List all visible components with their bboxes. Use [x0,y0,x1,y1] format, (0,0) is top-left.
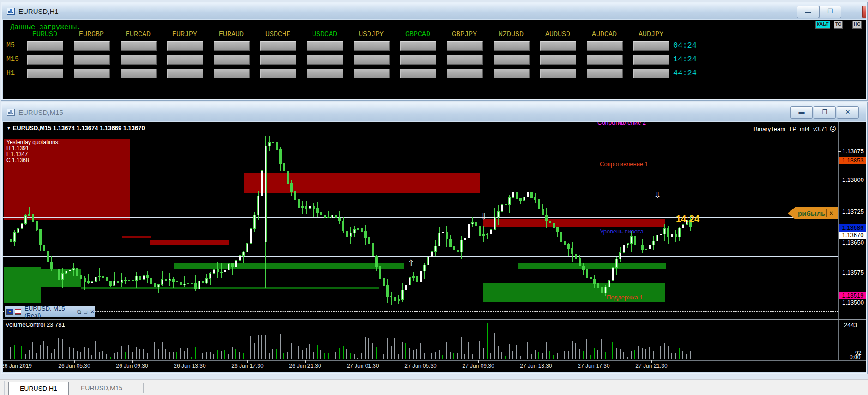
signal-button-m15-audcad[interactable] [587,55,623,65]
candle-element [590,355,591,359]
signal-button-h1-nzdusd[interactable] [494,69,530,78]
candle-element [549,221,551,223]
candle-element [280,150,282,164]
candle-element [642,245,644,249]
mini-chart-titlebar[interactable]: EURUSD, M15 (Real) ⧉ □ ✕ [5,306,95,317]
signal-button-h1-audjpy[interactable] [633,69,669,78]
signal-button-m5-gbpjpy[interactable] [447,41,483,51]
signal-button-m15-audusd[interactable] [540,55,576,65]
signal-button-m5-eurusd[interactable] [27,41,63,51]
signal-arrow-down-1: ⇩ [480,212,488,221]
signal-button-m5-audcad[interactable] [587,41,623,51]
corner-badge-1[interactable]: ТС [834,21,843,29]
window2-titlebar[interactable]: EURUSD,M15 ▬ ❐ ✕ [2,103,866,121]
candle-element [468,224,470,238]
window1-minimize-button[interactable]: ▬ [797,6,819,18]
tab-eurusd-h1[interactable]: EURUSD,H1 [8,382,69,395]
profit-price-tag[interactable]: рибыль × [788,207,838,219]
signal-button-h1-eurjpy[interactable] [167,69,203,78]
signal-button-m15-gbpjpy[interactable] [447,55,483,65]
mini-close-icon[interactable]: ✕ [90,309,95,315]
time-axis-label-2: 26 Jun 09:30 [116,363,148,369]
window1-maximize-button[interactable]: ❐ [819,6,841,18]
corner-badge-0[interactable]: КАЬТ [815,21,830,29]
candle-element [143,276,145,279]
signal-button-h1-usdchf[interactable] [260,69,296,78]
signal-button-m5-audusd[interactable] [540,41,576,51]
window2-close-button[interactable]: ✕ [837,106,859,119]
profit-tag-close-icon[interactable]: × [829,209,833,217]
signal-button-m5-nzdusd[interactable] [494,41,530,51]
time-axis-label-6: 27 Jun 01:30 [347,363,379,369]
collapse-arrow-icon[interactable]: ▼ [6,126,11,131]
signal-button-m15-eurcad[interactable] [121,55,157,65]
timeframe-row-label-m15: M15 [6,55,19,63]
signal-button-h1-eurcad[interactable] [121,69,157,78]
signal-button-m15-eurusd[interactable] [27,55,63,65]
candle-element [520,199,522,201]
signal-button-m5-euraud[interactable] [214,41,250,51]
signal-button-m15-usdchf[interactable] [260,55,296,65]
signal-button-m5-eurcad[interactable] [121,41,157,51]
candle-element [627,357,628,359]
signal-button-h1-audusd[interactable] [540,69,576,78]
signal-button-m15-nzdusd[interactable] [494,55,530,65]
signal-button-h1-gbpjpy[interactable] [447,69,483,78]
signal-button-m5-usdchf[interactable] [260,41,296,51]
corner-badge-2[interactable]: НС [852,21,862,29]
candle-element [43,341,44,359]
pair-column-header-euraud: EURAUD [211,30,251,38]
signal-button-m15-usdcad[interactable] [307,55,343,65]
window2-minimize-button[interactable]: ▬ [790,106,813,119]
signal-button-m5-audjpy[interactable] [633,41,669,51]
candle-element [472,223,474,224]
signal-button-m15-gbpcad[interactable] [400,55,436,65]
candle-element [538,199,540,209]
tab-eurusd-m15[interactable]: EURUSD,M15 [70,382,133,395]
signal-button-m5-gbpcad[interactable] [400,41,436,51]
window1-close-button[interactable] [862,6,866,18]
signal-button-h1-gbpcad[interactable] [400,69,436,78]
signal-button-h1-eurgbp[interactable] [74,69,110,78]
candle-element [62,339,63,359]
candle-element [601,339,602,359]
candle-element [431,353,432,359]
candle-element [43,245,45,251]
signal-button-m15-euraud[interactable] [214,55,250,65]
candle-element [280,334,281,359]
quote-line: ▼ EURUSD,M15 1.13674 1.13674 1.13669 1.1… [6,125,145,132]
candle-element [10,347,11,359]
candle-element [295,352,295,359]
signal-button-m5-eurjpy[interactable] [167,41,203,51]
signal-button-h1-euraud[interactable] [214,69,250,78]
window1-titlebar[interactable]: EURUSD,H1 ▬ ❐ [2,3,866,19]
signal-button-h1-usdcad[interactable] [307,69,343,78]
signal-button-m15-audjpy[interactable] [633,55,669,65]
window2-maximize-button[interactable]: ❐ [814,106,836,119]
candle-element [14,345,15,359]
signal-button-m5-eurgbp[interactable] [74,41,110,51]
candle-element [106,354,107,359]
candle-element [612,342,613,359]
candle-element [405,343,406,359]
signal-button-m5-usdjpy[interactable] [354,41,390,51]
window-eurusd-m15: EURUSD,M15 ▬ ❐ ✕ 1.138751.138531.138001.… [1,102,868,374]
signal-button-h1-eurusd[interactable] [27,69,63,78]
signal-button-m15-eurjpy[interactable] [167,55,203,65]
candle-element [575,254,577,258]
candle-element [413,350,414,359]
signal-button-m5-usdcad[interactable] [307,41,343,51]
candle-element [631,351,632,359]
mini-restore-icon[interactable]: ⧉ [77,309,81,315]
signal-button-m15-eurgbp[interactable] [74,55,110,65]
candle-element [29,214,30,215]
candle-element [487,234,488,234]
candle-element [298,200,300,208]
signal-button-m15-usdjpy[interactable] [354,55,390,65]
mini-maximize-icon[interactable]: □ [84,309,87,315]
signal-button-h1-usdjpy[interactable] [354,69,390,78]
candle-element [557,227,559,232]
signal-button-h1-audcad[interactable] [587,69,623,78]
candle-element [575,343,576,359]
candle-element [221,272,223,272]
